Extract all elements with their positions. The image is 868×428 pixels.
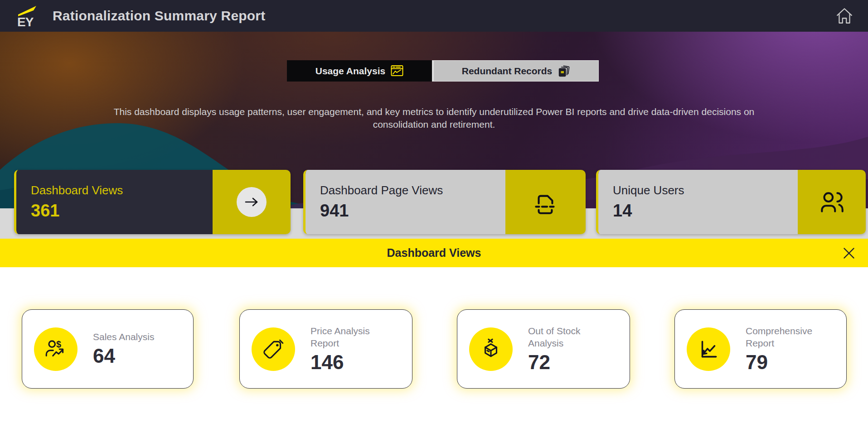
report-label: Out of Stock Analysis <box>528 325 612 349</box>
kpi-label: Dashboard Page Views <box>320 183 505 197</box>
report-card-text: Price Analysis Report 146 <box>310 325 394 374</box>
kpi-card-icon-panel <box>213 170 291 234</box>
ey-logo: EY <box>14 4 38 28</box>
report-icon-circle <box>469 327 513 371</box>
sales-person-dollar-icon: $ <box>44 337 68 361</box>
app-header: EY Rationalization Summary Report <box>0 0 868 32</box>
tab-redundant-records-label: Redundant Records <box>462 66 553 77</box>
close-banner-button[interactable] <box>841 245 857 261</box>
kpi-card-icon-panel <box>798 170 866 234</box>
users-icon <box>817 187 847 217</box>
kpi-card-body: Unique Users 14 <box>598 170 798 234</box>
home-icon <box>835 6 854 25</box>
report-cards-section: $ Sales Analysis 64 Price Analysis Re <box>0 267 868 428</box>
report-card-comprehensive-report: Comprehensive Report 79 <box>674 309 847 389</box>
kpi-label: Dashboard Views <box>31 183 213 197</box>
kpi-value: 14 <box>613 201 798 221</box>
out-of-stock-box-icon <box>479 337 503 361</box>
report-card-text: Sales Analysis 64 <box>93 331 154 367</box>
kpi-card-body: Dashboard Page Views 941 <box>305 170 505 234</box>
open-dashboard-views-button[interactable] <box>237 187 267 217</box>
report-label: Comprehensive Report <box>746 325 829 349</box>
report-page-icon <box>531 187 561 217</box>
report-card-sales-analysis: $ Sales Analysis 64 <box>22 309 194 389</box>
kpi-label: Unique Users <box>613 183 798 197</box>
report-card-text: Out of Stock Analysis 72 <box>528 325 612 374</box>
svg-text:EY: EY <box>17 15 34 28</box>
report-icon-circle <box>252 327 295 371</box>
report-icon-circle <box>687 327 730 371</box>
description-line-2: consolidation and retirement. <box>0 118 868 131</box>
tab-usage-analysis[interactable]: Usage Analysis <box>287 60 432 82</box>
close-icon <box>842 246 856 260</box>
kpi-card-dashboard-views[interactable]: Dashboard Views 361 <box>14 170 291 234</box>
arrow-right-icon <box>244 197 259 207</box>
kpi-value: 941 <box>320 201 505 221</box>
report-card-price-analysis: Price Analysis Report 146 <box>239 309 412 389</box>
tab-usage-analysis-label: Usage Analysis <box>315 66 385 77</box>
report-value: 146 <box>310 351 394 374</box>
rationalization-summary-report-page: EY Rationalization Summary Report Usage … <box>0 0 868 428</box>
page-title: Rationalization Summary Report <box>53 8 265 24</box>
usage-chart-icon <box>391 65 403 77</box>
description-line-1: This dashboard displays usage patterns, … <box>0 106 868 118</box>
tab-redundant-records[interactable]: Redundant Records <box>433 60 599 82</box>
report-value: 64 <box>93 345 154 367</box>
svg-text:$: $ <box>56 339 61 349</box>
banner-title: Dashboard Views <box>387 246 481 260</box>
stacked-records-icon <box>558 65 570 77</box>
report-icon-circle: $ <box>34 327 78 371</box>
dashboard-description: This dashboard displays usage patterns, … <box>0 106 868 131</box>
drilldown-banner: Dashboard Views <box>0 239 868 267</box>
kpi-card-unique-users[interactable]: Unique Users 14 <box>596 170 866 234</box>
report-value: 72 <box>528 351 612 374</box>
kpi-value: 361 <box>31 201 213 221</box>
report-label: Price Analysis Report <box>310 325 394 349</box>
home-button[interactable] <box>834 6 854 26</box>
report-value: 79 <box>746 351 829 374</box>
report-card-out-of-stock: Out of Stock Analysis 72 <box>457 309 630 389</box>
price-tag-icon <box>261 337 286 361</box>
view-toggle: Usage Analysis Redundant Records <box>287 60 599 82</box>
trend-chart-icon <box>696 337 721 361</box>
kpi-card-body: Dashboard Views 361 <box>16 170 213 234</box>
kpi-card-dashboard-page-views[interactable]: Dashboard Page Views 941 <box>303 170 586 234</box>
report-card-text: Comprehensive Report 79 <box>746 325 829 374</box>
report-label: Sales Analysis <box>93 331 154 343</box>
kpi-card-icon-panel <box>505 170 586 234</box>
